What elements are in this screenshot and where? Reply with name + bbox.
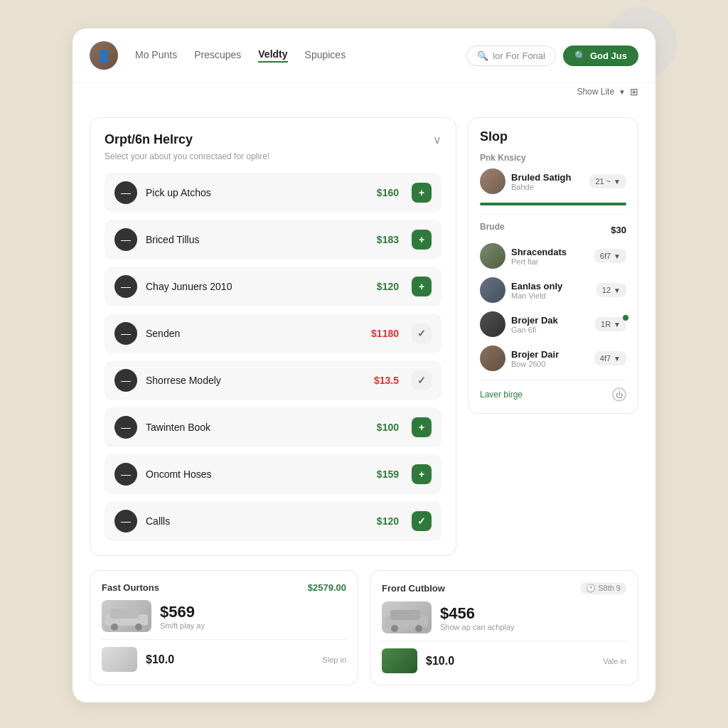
service-action-6[interactable]: + [412,417,432,437]
service-name-6: Tawinten Book [146,422,368,433]
bottom-card-1-header: Fast Ourtons $2579.00 [102,582,346,593]
car-price-1: $569 [160,603,205,621]
grid-icon[interactable]: ⊞ [630,86,638,97]
service-name-2: Briced Tillus [146,234,368,245]
service-price-6: $100 [377,422,399,433]
main-card: 👤 Mo Punts Prescupes Veldty Spupices 🔍 l… [73,28,655,702]
chevron-down-icon: ▼ [619,88,626,96]
car-image2-1 [102,647,137,672]
person-row-3: Brojer Dak Gan 6fi 1R ▼ [480,311,626,337]
service-icon-8: — [114,510,137,532]
service-list: — Pick up Atchos $160 + — Briced Tillus … [105,173,441,541]
top-person-name: Bruled Satigh [511,172,584,183]
service-price-3: $120 [377,281,399,292]
service-icon-4: — [114,322,137,345]
service-action-1[interactable]: + [412,183,432,203]
person-avatar-4 [480,346,505,371]
service-name-5: Shorrese Modely [146,375,365,386]
service-price-8: $120 [377,515,399,527]
bottom-card-1: Fast Ourtons $2579.00 $569 Sm [90,570,358,685]
person-sub-2: Man Vield [511,291,591,300]
nav-item-mo-punts[interactable]: Mo Punts [135,49,177,62]
show-lite-row: Show Lite ▼ ⊞ [73,83,655,103]
person-sub-1: Pert fiar [511,257,589,266]
person-avatar-2 [480,277,505,303]
person-info-3: Brojer Dak Gan 6fi [511,315,589,334]
service-action-3[interactable]: + [412,277,432,296]
person-name-2: Eanlas only [511,281,591,291]
clock-icon: 🕐 [586,584,596,592]
bottom-card-1-price: $2579.00 [308,582,346,593]
service-name-4: Senden [146,328,363,339]
god-jus-button[interactable]: 🔍 God Jus [563,46,638,66]
service-item: — Chay Junuers 2010 $120 + [105,267,441,306]
search-placeholder: lor For Fonal [493,50,545,61]
right-panel: Slop Pnk Knsicy Bruled Satigh Bahde 21 ~ [468,117,638,556]
service-item: — Oncomt Hoses $159 + [105,454,441,494]
nav-item-prescupes[interactable]: Prescupes [194,49,241,62]
service-name-8: Callls [146,515,368,527]
car-row-1: $569 Smift play ay [102,600,346,632]
service-action-2[interactable]: + [412,230,432,250]
person-action-3[interactable]: 1R ▼ [595,317,626,331]
section2-header: Brude $30 [480,222,626,237]
service-item: — Briced Tillus $183 + [105,220,441,259]
collapse-icon[interactable]: ∨ [433,133,441,146]
green-dot-3 [623,315,628,321]
search-btn-icon: 🔍 [574,50,586,61]
car-price2-1: $10.0 [146,653,174,666]
car-price-2: $456 [440,604,515,623]
right-panel-title: Slop [480,129,626,144]
person-sub-4: Bow 2fi00 [511,360,589,368]
person-row-4: Brojer Dair Bow 2fi00 4f7 ▼ [480,346,626,371]
top-person-action[interactable]: 21 ~ ▼ [589,174,626,188]
person-action-4[interactable]: 4f7 ▼ [594,351,626,365]
person-action-2[interactable]: 12 ▼ [596,283,626,297]
nav-item-veldty[interactable]: Veldty [258,48,287,63]
search-btn-label: God Jus [590,50,627,61]
top-person-row: Bruled Satigh Bahde 21 ~ ▼ [480,168,626,194]
svg-rect-1 [110,609,139,619]
person-name-1: Shracendats [511,247,589,257]
svg-point-7 [415,625,422,632]
search-icon: 🔍 [477,50,488,61]
bottom-cards: Fast Ourtons $2579.00 $569 Sm [73,570,655,702]
service-action-7[interactable]: + [412,464,432,484]
car-sub-1: Slep in [322,655,346,664]
svg-point-2 [111,623,118,631]
service-action-5[interactable]: ✓ [412,370,432,390]
top-person-info: Bruled Satigh Bahde [511,172,584,191]
person-name-4: Brojer Dair [511,349,589,360]
service-item: — Tawinten Book $100 + [105,407,441,447]
header-right: 🔍 lor For Fonal 🔍 God Jus [466,46,638,66]
person-sub-3: Gan 6fi [511,326,589,334]
service-name-3: Chay Junuers 2010 [146,281,368,292]
bottom-row: Laver birge ⏻ [480,387,626,402]
service-name-1: Pick up Atchos [146,187,368,198]
service-item: — Pick up Atchos $160 + [105,173,441,213]
car-info-2: $456 Show ap can achplay [440,604,515,631]
service-action-8[interactable]: ✓ [412,511,432,531]
main-nav: Mo Punts Prescupes Veldty Spupices [135,48,449,63]
power-icon[interactable]: ⏻ [612,387,626,402]
service-action-4[interactable]: ✓ [412,323,432,343]
bottom-card-2-title: Frord Cutblow [382,583,445,594]
content-area: Orpt/6n Helrcy ∨ Select your about you c… [73,103,655,570]
person-row-1: Shracendats Pert fiar 6f7 ▼ [480,243,626,269]
car-image-2 [382,601,432,633]
section2-label: Brude [480,222,505,232]
service-icon-3: — [114,275,137,298]
show-lite-label[interactable]: Show Lite [577,87,614,97]
service-item: — Shorrese Modely $13.5 ✓ [105,360,441,400]
person-info-1: Shracendats Pert fiar [511,247,589,266]
person-action-1[interactable]: 6f7 ▼ [594,249,626,263]
person-name-3: Brojer Dak [511,315,589,326]
bottom-card-2-badge: 🕐 S8th 9 [580,582,626,594]
person-avatar-1 [480,243,505,269]
service-icon-2: — [114,228,137,251]
search-box[interactable]: 🔍 lor For Fonal [466,46,556,66]
laver-birge-link[interactable]: Laver birge [480,390,523,400]
service-icon-1: — [114,181,137,204]
service-icon-6: — [114,416,137,439]
nav-item-spupices[interactable]: Spupices [305,49,346,62]
